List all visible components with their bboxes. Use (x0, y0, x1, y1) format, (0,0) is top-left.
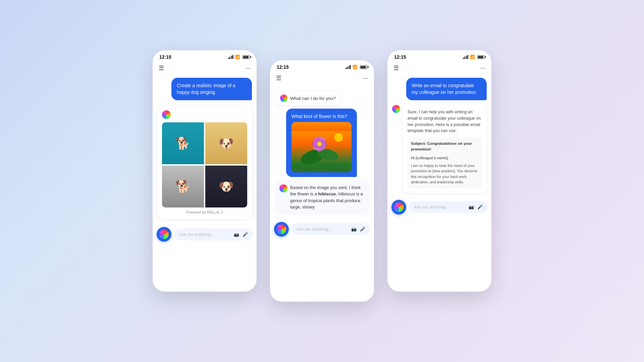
input-field-center[interactable]: Ask me anything... 📷 🎤 (291, 223, 370, 235)
dog-silhouette-4: 🐶 (205, 166, 247, 207)
nav-bar-left: ☰ ··· (153, 62, 257, 74)
dog-silhouette-1: 🐕 (162, 122, 204, 164)
dog-image-2: 🐶 (205, 122, 247, 164)
svg-point-8 (317, 142, 322, 146)
signal-icon-center (345, 65, 351, 69)
ai-avatar-right (392, 105, 400, 113)
user-message-right: Write an email to congratulate my collea… (406, 78, 487, 100)
signal-icon-right (463, 55, 469, 59)
phone-left: 12:15 📶 ☰ ··· Create a realistic image o… (153, 50, 257, 292)
signal-icon-left (228, 55, 234, 59)
status-bar-left: 12:15 📶 (153, 50, 257, 62)
email-card: Sure, I can help you with writing an ema… (403, 104, 487, 193)
dog-image-1: 🐕 (162, 122, 204, 164)
camera-icon-right[interactable]: 📷 (469, 204, 474, 209)
time-center: 12:15 (277, 64, 289, 70)
input-row-center: Ask me anything... 📷 🎤 (270, 219, 374, 242)
ai-avatar-left (162, 110, 171, 119)
ai-avatar-center (279, 184, 287, 192)
powered-by-text: Powered by DALL•E 3 (162, 210, 247, 214)
time-left: 12:15 (159, 54, 171, 60)
input-icons-right: 📷 🎤 (469, 204, 483, 209)
svg-point-1 (334, 133, 343, 142)
wifi-icon-left: 📶 (235, 55, 240, 59)
nav-bar-center: ☰ ··· (270, 72, 374, 84)
status-bar-center: 12:15 📶 (270, 60, 374, 72)
phone-right: 12:15 📶 ☰ ··· Write an email to congratu… (387, 50, 491, 292)
dog-silhouette-2: 🐶 (205, 122, 247, 164)
ai-button-left[interactable] (157, 227, 171, 242)
battery-icon-left (243, 55, 250, 59)
input-icons-left: 📷 🎤 (234, 232, 248, 237)
input-placeholder-center: Ask me anything... (296, 227, 332, 232)
input-placeholder-left: Ask me anything... (179, 232, 215, 237)
camera-icon-left[interactable]: 📷 (234, 232, 239, 237)
wifi-icon-right: 📶 (470, 55, 475, 59)
nav-bar-right: ☰ ··· (387, 62, 491, 74)
user-message-center: What kind of flower is this? (286, 109, 357, 177)
mic-icon-center[interactable]: 🎤 (360, 227, 365, 232)
email-content: I am so happy to hear the news of your p… (411, 163, 479, 185)
email-subject: Subject: Congratulations on your promoti… (411, 141, 479, 153)
more-icon-left[interactable]: ··· (246, 65, 251, 72)
input-row-right: Ask me anything... 📷 🎤 (387, 196, 491, 220)
battery-icon-center (360, 65, 367, 69)
ai-email-response: Sure, I can help you with writing an ema… (392, 104, 487, 193)
status-bar-right: 12:15 📶 (387, 50, 491, 62)
time-right: 12:15 (394, 54, 406, 60)
chat-area-center: What can I do for you? What kind of flow… (270, 84, 374, 219)
input-field-right[interactable]: Ask me anything... 📷 🎤 (409, 201, 487, 213)
ai-avatar-center-small (280, 95, 287, 102)
dog-image-3: 🐕 (162, 166, 204, 207)
camera-icon-center[interactable]: 📷 (351, 227, 357, 232)
dog-image-4: 🐶 (205, 166, 247, 207)
status-icons-right: 📶 (463, 55, 485, 59)
ai-button-inner-left (159, 230, 169, 239)
what-can-text: What can I do for you? (290, 96, 336, 101)
flower-image (291, 122, 352, 172)
mic-icon-left[interactable]: 🎤 (243, 232, 248, 237)
flower-svg (291, 122, 352, 172)
input-placeholder-right: Ask me anything... (414, 204, 449, 209)
wifi-icon-center: 📶 (353, 65, 358, 69)
flower-img-bg (291, 122, 352, 172)
dog-silhouette-3: 🐕 (162, 166, 204, 207)
email-intro-text: Sure, I can help you with writing an ema… (408, 109, 482, 134)
chat-area-right: Write an email to congratulate my collea… (387, 74, 491, 196)
ai-icon-row (162, 110, 247, 119)
ai-button-right[interactable] (391, 200, 406, 215)
phone-center: 12:15 📶 ☰ ··· What can I do for you? (270, 60, 374, 302)
user-message-left: Create a realistic image of a happy dog … (171, 78, 252, 100)
mic-icon-right[interactable]: 🎤 (477, 204, 483, 209)
menu-icon-center[interactable]: ☰ (276, 74, 281, 82)
status-icons-left: 📶 (228, 55, 250, 59)
more-icon-right[interactable]: ··· (480, 65, 485, 72)
menu-icon-left[interactable]: ☰ (159, 64, 164, 72)
dog-image-grid: 🐕 🐶 🐕 🐶 (162, 122, 247, 207)
chat-area-left: Create a realistic image of a happy dog … (153, 74, 257, 224)
email-greeting: Hi [colleague's name], (411, 155, 479, 161)
ai-button-center[interactable] (274, 222, 289, 237)
status-icons-center: 📶 (345, 65, 368, 69)
email-body-card: Subject: Congratulations on your promoti… (408, 137, 482, 188)
ai-button-inner-right (394, 202, 404, 212)
menu-icon-right[interactable]: ☰ (393, 64, 399, 72)
more-icon-center[interactable]: ··· (363, 75, 368, 82)
battery-icon-right (477, 55, 485, 59)
what-can-bubble: What can I do for you? (275, 91, 341, 105)
ai-response-text-center: Based on the image you sent, I think the… (290, 184, 365, 210)
hibiscus-text: hibiscus. (318, 191, 337, 196)
ai-response-center: Based on the image you sent, I think the… (275, 180, 369, 215)
image-grid-card: 🐕 🐶 🐕 🐶 Powered by DALL•E 3 (157, 106, 252, 219)
ai-button-inner-center (277, 225, 286, 234)
input-field-left[interactable]: Ask me anything... 📷 🎤 (174, 229, 253, 240)
input-row-left: Ask me anything... 📷 🎤 (153, 224, 257, 247)
input-icons-center: 📷 🎤 (351, 227, 365, 232)
